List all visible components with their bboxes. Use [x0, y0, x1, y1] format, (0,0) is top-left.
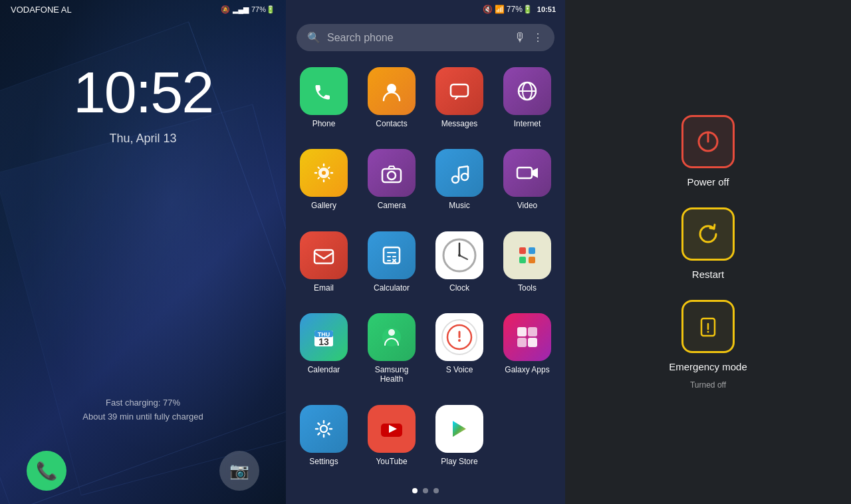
charging-eta: About 39 min until fully charged — [0, 410, 286, 424]
search-input[interactable] — [327, 32, 507, 44]
app-icon-contacts — [368, 67, 416, 115]
app-item-calendar[interactable]: THU13 Calendar — [293, 308, 355, 394]
lock-phone-button[interactable]: 📞 — [27, 451, 66, 491]
app-label-calculator: Calculator — [374, 283, 410, 293]
svg-line-14 — [318, 178, 320, 179]
restart-icon — [681, 207, 735, 261]
app-item-phone[interactable]: Phone — [293, 62, 355, 138]
app-label-settings: Settings — [309, 457, 338, 466]
restart-label: Restart — [692, 269, 724, 280]
app-label-video: Video — [517, 201, 537, 210]
app-item-messages[interactable]: Messages — [428, 62, 491, 138]
mute-icon-right: 🔇 — [483, 5, 493, 14]
charging-status: Fast charging: 77% — [0, 396, 286, 410]
app-icon-youtube — [368, 405, 416, 453]
search-icon: 🔍 — [307, 31, 320, 44]
camera-icon: 📷 — [229, 461, 249, 480]
svg-rect-48 — [517, 327, 527, 336]
app-item-settings[interactable]: Settings — [293, 400, 355, 476]
app-item-gallery[interactable]: Gallery — [293, 144, 355, 220]
power-off-label: Power off — [687, 176, 729, 188]
signal-icon-right: 📶 — [495, 5, 505, 14]
time-right: 10:51 — [537, 5, 556, 13]
svg-marker-55 — [453, 421, 466, 437]
app-icon-shealth — [368, 313, 416, 361]
svg-text:13: 13 — [318, 336, 329, 347]
app-icon-svoice — [435, 313, 483, 361]
app-label-shealth: Samsung Health — [363, 365, 420, 384]
svg-point-44 — [388, 329, 395, 336]
charging-info: Fast charging: 77% About 39 min until fu… — [0, 396, 286, 424]
svg-point-47 — [458, 339, 461, 342]
power-off-button[interactable]: Power off — [681, 115, 735, 188]
app-icon-music — [435, 149, 483, 197]
app-item-calculator[interactable]: Calculator — [360, 226, 423, 303]
app-item-playstore[interactable]: Play Store — [428, 400, 491, 476]
app-item-camera[interactable]: Camera — [360, 144, 423, 220]
app-grid: Phone Contacts Messages Internet — [286, 57, 565, 481]
app-item-svoice[interactable]: S Voice — [428, 308, 491, 394]
app-label-tools: Tools — [518, 283, 537, 293]
emergency-icon — [681, 300, 735, 353]
app-item-internet[interactable]: Internet — [496, 62, 558, 138]
app-item-youtube[interactable]: YouTube — [360, 400, 423, 476]
app-icon-gallery — [300, 149, 348, 197]
lock-camera-button[interactable]: 📷 — [219, 451, 259, 491]
svg-rect-37 — [519, 257, 526, 263]
page-dot-3[interactable] — [433, 488, 439, 493]
app-item-tools[interactable]: Tools — [496, 226, 558, 303]
svg-point-52 — [320, 426, 327, 432]
app-label-messages: Messages — [441, 119, 478, 128]
svg-rect-51 — [528, 338, 537, 347]
emergency-mode-sublabel: Turned off — [690, 380, 726, 390]
app-label-galaxyapps: Galaxy Apps — [505, 365, 549, 374]
app-label-phone: Phone — [312, 119, 336, 128]
search-bar[interactable]: 🔍 🎙 ⋮ — [297, 24, 554, 51]
page-dot-1[interactable] — [412, 488, 418, 493]
svg-rect-35 — [519, 247, 526, 254]
svg-rect-1 — [451, 84, 468, 96]
app-icon-clock — [435, 231, 483, 279]
app-label-music: Music — [449, 201, 469, 210]
app-drawer: 🔇 📶 77%🔋 10:51 🔍 🎙 ⋮ Phone Contacts — [286, 0, 565, 504]
restart-button[interactable]: Restart — [681, 207, 735, 280]
power-off-icon — [681, 115, 735, 168]
more-options-icon[interactable]: ⋮ — [533, 31, 544, 44]
svg-line-13 — [328, 168, 330, 169]
app-label-contacts: Contacts — [376, 119, 407, 128]
app-label-internet: Internet — [514, 119, 541, 128]
svg-line-11 — [318, 168, 320, 169]
app-icon-tools — [503, 231, 551, 279]
app-item-contacts[interactable]: Contacts — [360, 62, 423, 138]
svg-point-18 — [461, 174, 468, 180]
svg-rect-24 — [384, 247, 400, 263]
svg-point-17 — [452, 176, 459, 183]
app-label-camera: Camera — [378, 201, 406, 210]
app-item-galaxyapps[interactable]: Galaxy Apps — [496, 308, 558, 394]
page-dot-2[interactable] — [423, 488, 428, 493]
app-icon-playstore — [435, 405, 483, 453]
emergency-mode-button[interactable]: Emergency mode Turned off — [669, 300, 747, 390]
app-item-shealth[interactable]: Samsung Health — [360, 308, 423, 394]
svg-point-60 — [707, 330, 709, 332]
microphone-icon[interactable]: 🎙 — [514, 31, 526, 45]
app-icon-galaxyapps — [503, 313, 551, 361]
app-item-clock[interactable]: Clock — [428, 226, 491, 303]
app-icon-calculator — [368, 231, 416, 279]
app-item-music[interactable]: Music — [428, 144, 491, 220]
app-icon-internet — [503, 67, 551, 115]
svg-point-6 — [322, 171, 326, 175]
app-label-playstore: Play Store — [441, 457, 477, 466]
lock-bottom-icons: 📞 📷 — [0, 451, 286, 491]
app-label-clock: Clock — [449, 283, 469, 293]
svg-rect-38 — [529, 257, 535, 263]
app-label-gallery: Gallery — [311, 201, 336, 210]
app-label-calendar: Calendar — [308, 365, 340, 374]
app-item-video[interactable]: Video — [496, 144, 558, 220]
app-icon-email — [300, 231, 348, 279]
lock-time: 10:52 — [0, 59, 286, 126]
battery-right: 77%🔋 — [507, 5, 533, 14]
app-label-youtube: YouTube — [376, 457, 407, 466]
app-icon-settings — [300, 405, 348, 453]
app-item-email[interactable]: Email — [293, 226, 355, 303]
